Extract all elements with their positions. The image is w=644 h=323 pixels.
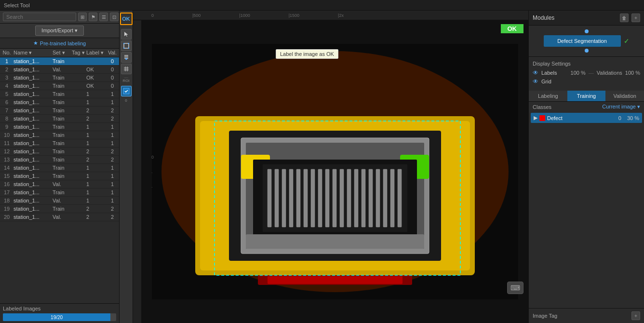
brush-tool[interactable] xyxy=(121,52,132,63)
canvas-image-area[interactable]: Label the image as OK OK xyxy=(142,20,528,323)
cell-no: 4 xyxy=(0,83,13,89)
class-expand-icon[interactable]: ▶ xyxy=(534,115,537,121)
cell-val: 1 xyxy=(106,91,119,97)
grid-tool[interactable] xyxy=(121,64,132,74)
svg-rect-39 xyxy=(398,169,402,227)
class-item[interactable]: ▶ Defect 0 30 % xyxy=(531,113,642,123)
cell-label: 1 xyxy=(86,132,106,138)
cell-set: Train xyxy=(53,124,72,130)
table-row[interactable]: 15 station_1... Train 1 1 xyxy=(0,172,119,180)
current-image-button[interactable]: Current image ▾ xyxy=(602,104,640,110)
ruler-top: 0 |500 |1000 |1500 |2x xyxy=(133,11,528,20)
cell-name: station_1... xyxy=(13,83,53,89)
tag-icon-btn[interactable]: ⚑ xyxy=(89,13,97,21)
ok-button[interactable]: OK xyxy=(120,13,133,25)
table-row[interactable]: 9 station_1... Train 1 1 xyxy=(0,123,119,131)
table-row[interactable]: 11 station_1... Train 1 1 xyxy=(0,139,119,148)
right-panel-header: Modules 🗑 ＋ xyxy=(529,11,644,26)
classes-label: Classes xyxy=(533,104,551,110)
active-tool[interactable] xyxy=(121,86,132,96)
tab-training[interactable]: Training xyxy=(567,91,606,101)
cell-val: 1 xyxy=(106,140,119,146)
cell-set: Train xyxy=(53,189,72,195)
cell-name: station_1... xyxy=(13,75,53,81)
table-row[interactable]: 16 station_1... Val. 1 1 xyxy=(0,180,119,188)
col-header-val[interactable]: Val. xyxy=(106,50,119,56)
cell-set: Train xyxy=(53,91,72,97)
polygon-tool[interactable] xyxy=(121,40,132,51)
cell-no: 10 xyxy=(0,132,13,138)
cell-val: 1 xyxy=(106,124,119,130)
table-row[interactable]: 17 station_1... Train 1 1 xyxy=(0,188,119,197)
col-header-label[interactable]: Label ▾ xyxy=(86,50,106,56)
cell-set: Train xyxy=(53,148,72,154)
list-icon-btn[interactable]: ☰ xyxy=(99,13,108,21)
export-icon-btn[interactable]: ⊡ xyxy=(110,13,119,21)
grid-eye-icon[interactable]: 👁 xyxy=(533,78,538,85)
module-slider-area: Defect Segmentation ✓ xyxy=(529,26,644,56)
validations-setting-label: Validations xyxy=(597,70,622,76)
right-panel-title: Modules xyxy=(533,14,554,21)
cursor-tool[interactable] xyxy=(121,29,132,40)
col-header-tag[interactable]: Tag ▾ xyxy=(72,50,86,56)
trash-icon-btn[interactable]: 🗑 xyxy=(620,13,629,22)
add-module-btn[interactable]: ＋ xyxy=(631,13,640,22)
cell-name: station_1... xyxy=(13,108,53,113)
cell-name: station_1... xyxy=(13,165,53,171)
svg-rect-35 xyxy=(369,169,373,227)
import-export-button[interactable]: Import/Export ▾ xyxy=(35,26,84,36)
search-input[interactable] xyxy=(3,13,76,21)
svg-rect-29 xyxy=(325,169,329,227)
cell-name: station_1... xyxy=(13,99,53,105)
grid-icon-btn[interactable]: ⊞ xyxy=(78,13,87,21)
cell-val: 2 xyxy=(106,206,119,212)
cell-val: 1 xyxy=(106,173,119,179)
table-row[interactable]: 4 station_1... Train OK 0 xyxy=(0,82,119,90)
pretrained-button[interactable]: ★ Pre-trained labeling xyxy=(33,40,86,46)
tab-labeling[interactable]: Labeling xyxy=(529,91,567,101)
table-row[interactable]: 12 station_1... Train 2 2 xyxy=(0,148,119,156)
tab-validation[interactable]: Validation xyxy=(605,91,644,101)
search-bar: ⊞ ⚑ ☰ ⊡ xyxy=(0,11,119,24)
labels-eye-icon[interactable]: 👁 xyxy=(533,69,538,76)
table-row[interactable]: 13 station_1... Train 2 2 xyxy=(0,156,119,164)
cell-no: 13 xyxy=(0,157,13,162)
svg-rect-34 xyxy=(362,169,365,227)
cell-no: 3 xyxy=(0,75,13,81)
cell-set: Train xyxy=(53,116,72,121)
cell-val: 2 xyxy=(106,157,119,162)
table-row[interactable]: 18 station_1... Val. 1 1 xyxy=(0,197,119,205)
cell-val: 1 xyxy=(106,189,119,195)
cell-label: 1 xyxy=(86,198,106,203)
svg-rect-21 xyxy=(268,169,271,227)
table-row[interactable]: 10 station_1... Train 1 1 xyxy=(0,131,119,139)
keyboard-icon-btn[interactable]: ⌨ xyxy=(507,282,523,294)
table-row[interactable]: 3 station_1... Train OK 0 xyxy=(0,74,119,82)
table-row[interactable]: 8 station_1... Train 2 2 xyxy=(0,115,119,123)
cell-val: 0 xyxy=(106,58,119,64)
search-icons: ⊞ ⚑ ☰ ⊡ xyxy=(78,13,119,21)
table-row[interactable]: 1 station_1... Train 0 xyxy=(0,57,119,66)
add-tag-btn[interactable]: ＋ xyxy=(631,311,640,320)
table-row[interactable]: 14 station_1... Train 1 1 xyxy=(0,164,119,172)
table-row[interactable]: 19 station_1... Train 2 2 xyxy=(0,205,119,213)
labeled-images-label: Labeled Images xyxy=(3,306,116,311)
ruler-ticks-left: 0 . . xyxy=(151,155,154,188)
cell-label: 1 xyxy=(86,173,106,179)
cell-no: 14 xyxy=(0,165,13,171)
col-header-no[interactable]: No. xyxy=(0,50,13,56)
defect-segmentation-button[interactable]: Defect Segmentation xyxy=(544,35,621,47)
table-row[interactable]: 7 station_1... Train 2 2 xyxy=(0,107,119,115)
table-row[interactable]: 6 station_1... Train 1 1 xyxy=(0,98,119,107)
cell-no: 9 xyxy=(0,124,13,130)
table-row[interactable]: 20 station_1... Val. 2 2 xyxy=(0,213,119,221)
canvas-image xyxy=(152,44,518,299)
cell-val: 0 xyxy=(106,67,119,72)
toolbar: OK ....ROI 0 xyxy=(120,11,133,323)
col-header-set[interactable]: Set ▾ xyxy=(53,50,72,56)
cell-no: 18 xyxy=(0,198,13,203)
table-row[interactable]: 2 station_1... Val. OK 0 xyxy=(0,66,119,74)
col-header-name[interactable]: Name ▾ xyxy=(13,50,53,56)
cell-set: Train xyxy=(53,58,72,64)
table-row[interactable]: 5 station_1... Train 1 1 xyxy=(0,90,119,98)
